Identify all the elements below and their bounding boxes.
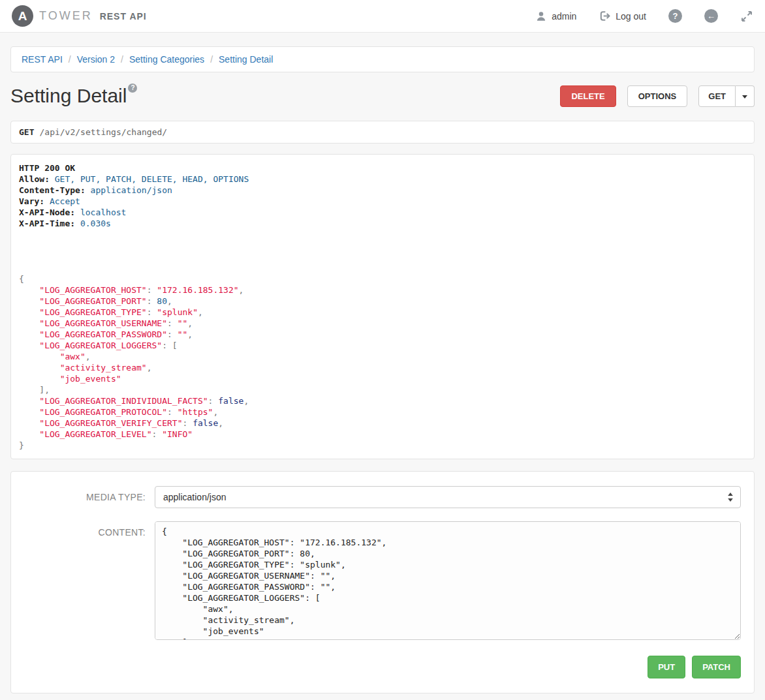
user-menu[interactable]: admin <box>535 10 576 22</box>
logout-label: Log out <box>616 11 646 22</box>
patch-button[interactable]: PATCH <box>692 656 741 678</box>
navbar: A TOWER REST API admin Log out ? ← <box>0 0 765 33</box>
response-body-json: { "LOG_AGGREGATOR_HOST": "172.16.185.132… <box>19 274 249 450</box>
response-block: HTTP 200 OK Allow: GET, PUT, PATCH, DELE… <box>19 162 746 451</box>
breadcrumb-item[interactable]: Setting Detail <box>219 54 273 65</box>
back-icon[interactable]: ← <box>704 9 718 23</box>
breadcrumb-item[interactable]: Version 2 <box>77 54 115 65</box>
request-method: GET <box>19 127 34 137</box>
ansible-logo-icon: A <box>12 5 33 27</box>
content-textarea[interactable]: { "LOG_AGGREGATOR_HOST": "172.16.185.132… <box>155 521 741 640</box>
response-headers: HTTP 200 OK Allow: GET, PUT, PATCH, DELE… <box>19 163 249 228</box>
select-arrows-icon <box>727 492 734 502</box>
page-title-text: Setting Detail <box>10 85 127 106</box>
help-icon[interactable]: ? <box>668 9 682 23</box>
action-buttons: DELETE OPTIONS GET <box>560 85 755 107</box>
brand: A TOWER REST API <box>12 5 147 27</box>
logout-link[interactable]: Log out <box>599 10 646 22</box>
breadcrumb-item[interactable]: Setting Categories <box>129 54 204 65</box>
request-form-panel: MEDIA TYPE: application/json CONTENT: { … <box>10 471 755 693</box>
breadcrumb-separator: / <box>121 54 123 65</box>
media-type-label: MEDIA TYPE: <box>24 486 155 502</box>
media-type-row: MEDIA TYPE: application/json <box>24 486 741 508</box>
breadcrumb-item[interactable]: REST API <box>22 54 63 65</box>
brand-rest-api-label: REST API <box>100 11 147 22</box>
user-icon <box>535 10 547 22</box>
get-button-group: GET <box>698 85 755 107</box>
request-line: GET/api/v2/settings/changed/ <box>10 121 755 144</box>
content-label: CONTENT: <box>24 521 155 538</box>
delete-button[interactable]: DELETE <box>560 85 616 107</box>
breadcrumb-separator: / <box>69 54 71 65</box>
breadcrumb: REST API/Version 2/Setting Categories/Se… <box>10 46 755 72</box>
media-type-value: application/json <box>163 492 226 502</box>
logout-icon <box>599 10 611 22</box>
expand-icon[interactable] <box>740 10 753 23</box>
response-panel: HTTP 200 OK Allow: GET, PUT, PATCH, DELE… <box>10 154 755 459</box>
put-button[interactable]: PUT <box>648 656 685 678</box>
main-content: REST API/Version 2/Setting Categories/Se… <box>0 46 765 693</box>
username-label: admin <box>552 11 576 22</box>
breadcrumb-separator: / <box>210 54 213 65</box>
brand-tower-label: TOWER <box>39 9 93 23</box>
get-dropdown-toggle[interactable] <box>736 85 755 107</box>
form-actions: PUT PATCH <box>24 656 741 678</box>
title-help-icon[interactable]: ? <box>128 84 137 93</box>
navbar-right: admin Log out ? ← <box>535 9 753 23</box>
options-button[interactable]: OPTIONS <box>627 85 688 107</box>
page-title: Setting Detail? <box>10 85 137 107</box>
request-path: /api/v2/settings/changed/ <box>39 127 167 137</box>
content-row: CONTENT: { "LOG_AGGREGATOR_HOST": "172.1… <box>24 521 741 643</box>
title-row: Setting Detail? DELETE OPTIONS GET <box>10 83 755 109</box>
media-type-select[interactable]: application/json <box>155 486 741 508</box>
get-button[interactable]: GET <box>698 85 736 107</box>
caret-down-icon <box>742 95 747 99</box>
